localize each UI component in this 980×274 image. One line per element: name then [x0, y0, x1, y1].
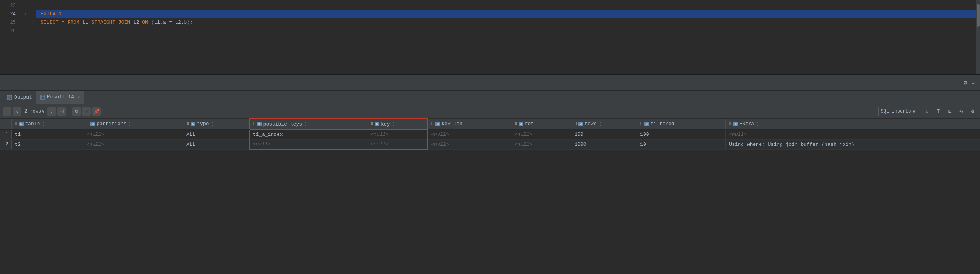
col-icon-table: ⊞ [19, 122, 24, 126]
cell-type-2: ALL [183, 139, 250, 149]
col-header-filtered[interactable]: ⠿ ⊞ filtered ⋮ [637, 119, 726, 129]
stop-button[interactable]: ◾ [82, 107, 91, 116]
sort-icon-possible-keys: ⠿ [253, 122, 256, 126]
refresh-button[interactable]: ↻ [72, 107, 81, 116]
tabs-row: Output Result 14 ✕ [0, 91, 980, 104]
cell-partitions-2: <null> [83, 139, 183, 149]
col-label-type: type [197, 121, 209, 127]
sort-icon-partitions: ⠿ [86, 122, 89, 126]
ident-a: a [163, 18, 166, 27]
col-header-rows[interactable]: ⠿ ⊞ rows ⋮ [571, 119, 637, 129]
col-header-type[interactable]: ⠿ ⊞ type ⋮ [183, 119, 250, 129]
export-icon[interactable]: ↓ [923, 107, 931, 116]
editor-content[interactable]: EXPLAIN SELECT * FROM t1 STRAIGHT_JOIN t… [36, 0, 976, 74]
col-sort-table: ⋮ [42, 122, 46, 126]
cell-partitions-1: <null> [83, 129, 183, 139]
code-line-26 [36, 27, 976, 35]
line-number-25: 25 [0, 18, 20, 27]
op-paren: ( [148, 18, 154, 27]
keyword-from: FROM [67, 18, 79, 27]
result14-tab-label: Result 14 [47, 94, 74, 100]
sql-inserts-dropdown[interactable]: SQL Inserts ∨ [878, 107, 918, 116]
col-label-ref: ref [525, 121, 534, 127]
col-sort-possible-keys: ⋮ [304, 122, 307, 126]
ident-t1: t1 [79, 18, 91, 27]
col-header-table[interactable]: ⠿ ⊞ table ⋮ [11, 119, 83, 129]
toolbar-separator-1 [69, 108, 69, 115]
line-number-23: 23 [0, 2, 20, 10]
editor-scrollbar[interactable] [976, 0, 980, 74]
col-icon-possible-keys: ⊞ [257, 122, 262, 126]
results-toolbar: ⊢ ‹ 2 rows ∨ › ⊣ ↻ ◾ 📌 SQL Inserts ∨ ↓ ⊤… [0, 104, 980, 118]
line-numbers: 23 24 25 26 [0, 0, 20, 74]
ident-t2b: t2 [175, 18, 181, 27]
sort-icon-filtered: ⠿ [640, 122, 643, 126]
nav-first-button[interactable]: ⊢ [3, 107, 11, 116]
ident-b: b [184, 18, 187, 27]
col-label-table: table [25, 121, 40, 127]
col-header-partitions[interactable]: ⠿ ⊞ partitions ⋮ [83, 119, 183, 129]
line-number-26: 26 [0, 27, 20, 35]
col-header-extra[interactable]: ⠿ ⊞ Extra ⋮ [726, 119, 980, 129]
panel-toolbar: ⚙ … [0, 75, 980, 91]
code-line-23 [36, 2, 976, 10]
sort-icon-table: ⠿ [15, 122, 18, 126]
col-header-key[interactable]: ⠿ ⊞ key ⋮ [368, 119, 428, 129]
col-label-key-len: key_len [441, 121, 462, 127]
eye-icon[interactable]: ◎ [957, 107, 965, 116]
cell-ref-2: <null> [511, 139, 571, 149]
output-tab-label: Output [14, 95, 32, 100]
code-line-24: EXPLAIN [36, 10, 976, 18]
code-line-25: SELECT * FROM t1 STRAIGHT_JOIN t2 ON (t1… [36, 18, 976, 27]
col-sort-partitions: ⋮ [128, 122, 132, 126]
sort-icon-type: ⠿ [186, 122, 189, 126]
col-header-ref[interactable]: ⠿ ⊞ ref ⋮ [511, 119, 571, 129]
panel-area: ⚙ … Output Result 14 ✕ ⊢ ‹ [0, 75, 980, 274]
cell-rows-2: 1000 [571, 139, 637, 149]
gear-icon[interactable]: ⚙ [964, 79, 967, 86]
tab-result14[interactable]: Result 14 ✕ [36, 91, 84, 104]
cell-filtered-1: 100 [637, 129, 726, 139]
op-close: ); [187, 18, 193, 27]
sql-inserts-arrow: ∨ [913, 108, 915, 114]
nav-prev-button[interactable]: ‹ [13, 107, 21, 116]
right-icons: ↓ ⊤ ⊞ ◎ ⚙ [923, 107, 977, 116]
filter-icon[interactable]: ⊤ [934, 107, 942, 116]
more-options-icon[interactable]: … [972, 79, 975, 86]
nav-last-button[interactable]: ⊣ [57, 107, 66, 116]
col-header-possible-keys[interactable]: ⠿ ⊞ possible_keys ⋮ [250, 119, 368, 129]
rows-count-dropdown[interactable]: 2 rows ∨ [24, 108, 44, 114]
cell-key-1: <null> [368, 129, 428, 139]
op-star: * [59, 18, 67, 27]
pin-button[interactable]: 📌 [92, 107, 101, 116]
col-label-key: key [381, 121, 390, 127]
rows-count-label: 2 rows [24, 109, 41, 114]
cell-ref-1: <null> [511, 129, 571, 139]
cell-key-len-2: <null> [428, 139, 511, 149]
tab-output[interactable]: Output [3, 91, 36, 104]
scrollbar-thumb [977, 4, 980, 27]
results-table-container[interactable]: ⠿ ⊞ table ⋮ ⠿ ⊞ partitions ⋮ [0, 118, 980, 274]
op-dot: . [160, 18, 163, 27]
keyword-straight-join: STRAIGHT_JOIN [91, 18, 130, 27]
col-header-key-len[interactable]: ⠿ ⊞ key_len ⋮ [428, 119, 511, 129]
sql-inserts-label: SQL Inserts [881, 109, 911, 114]
keyword-on: ON [142, 18, 148, 27]
cell-table-2: t2 [11, 139, 83, 149]
svg-rect-4 [40, 95, 45, 99]
table-row: 2 t2 <null> ALL <null> <null> <null> <nu… [0, 139, 980, 149]
keyword-explain: EXPLAIN [41, 10, 62, 18]
rows-dropdown-arrow: ∨ [42, 108, 44, 114]
result-tab-icon [40, 95, 45, 100]
result14-tab-close[interactable]: ✕ [77, 95, 80, 99]
col-sort-extra: ⋮ [756, 122, 760, 126]
breakpoint-gutter: ○ ○ [31, 0, 36, 74]
ident-t1a: t1 [154, 18, 160, 27]
col-icon-partitions: ⊞ [90, 122, 95, 126]
nav-next-button[interactable]: › [47, 107, 56, 116]
sort-icon-extra: ⠿ [729, 122, 732, 126]
tree-icon[interactable]: ⊞ [946, 107, 954, 116]
sort-icon-rows: ⠿ [574, 122, 577, 126]
cell-key-2: <null> [368, 139, 428, 149]
settings-icon-results[interactable]: ⚙ [969, 107, 977, 116]
